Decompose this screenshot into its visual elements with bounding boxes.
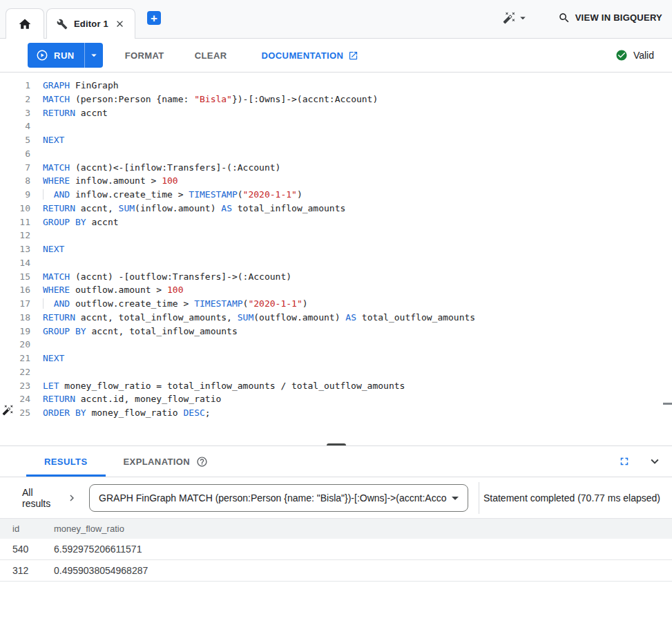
add-tab-button[interactable]: +: [147, 11, 161, 25]
code-line: 8WHERE inflow.amount > 100: [0, 174, 672, 188]
line-number: 11: [0, 215, 30, 229]
table-cell: 540: [12, 544, 54, 555]
column-header: money_flow_ratio: [54, 524, 672, 534]
code-line: 12: [0, 229, 672, 242]
run-split-button: RUN: [28, 43, 103, 68]
code-line: 15MATCH (accnt) -[outflow:Transfers]->(:…: [0, 270, 672, 284]
table-row: 3120.4959038054968287: [0, 560, 672, 582]
line-number: 16: [0, 283, 30, 297]
tab-editor-1[interactable]: Editor 1: [46, 8, 135, 39]
result-body: 5406.5929752066115713120.495903805496828…: [0, 539, 672, 582]
code-line: 22: [0, 365, 672, 379]
line-number: 6: [0, 147, 30, 161]
run-button[interactable]: RUN: [28, 43, 84, 68]
dropdown-caret-icon: [447, 490, 463, 506]
documentation-button[interactable]: DOCUMENTATION: [253, 43, 367, 68]
table-cell: 6.592975206611571: [54, 544, 672, 555]
line-number: 15: [0, 270, 30, 284]
line-number: 1: [0, 79, 30, 93]
bigquery-search-icon: [558, 12, 570, 24]
panel-resize-handle[interactable]: [327, 443, 346, 445]
all-results-breadcrumb[interactable]: All results: [22, 487, 78, 509]
format-button[interactable]: FORMAT: [117, 43, 173, 68]
topbar-actions: VIEW IN BIGQUERY: [503, 11, 672, 24]
code-line: 6: [0, 147, 672, 161]
tab-results[interactable]: RESULTS: [26, 446, 106, 477]
line-number: 22: [0, 365, 30, 379]
code-line: 23LET money_flow_ratio = total_inflow_am…: [0, 379, 672, 393]
chevron-down-icon: [517, 12, 529, 24]
line-number: 19: [0, 325, 30, 338]
help-icon[interactable]: [196, 456, 208, 468]
sql-generation-button[interactable]: [503, 11, 529, 24]
statement-dropdown[interactable]: GRAPH FinGraph MATCH (person:Person {nam…: [89, 484, 468, 512]
line-number: 14: [0, 256, 30, 270]
results-actions: [618, 446, 672, 477]
code-line: 24RETURN accnt.id, money_flow_ratio: [0, 392, 672, 406]
line-number: 8: [0, 174, 30, 188]
code-line: 4: [0, 119, 672, 133]
build-icon: [57, 19, 68, 30]
results-panel-header: RESULTS EXPLANATION: [0, 445, 672, 477]
clear-label: CLEAR: [195, 50, 227, 61]
code-line: 17 AND outflow.create_time > TIMESTAMP("…: [0, 297, 672, 311]
line-number: 3: [0, 106, 30, 120]
code-line: 13NEXT: [0, 242, 672, 256]
home-icon: [18, 17, 32, 31]
code-line: 14: [0, 256, 672, 270]
column-header: id: [12, 524, 54, 534]
fullscreen-icon[interactable]: [618, 455, 631, 468]
collapse-panel-icon[interactable]: [647, 454, 662, 469]
line-number: 13: [0, 242, 30, 256]
results-tab-label: RESULTS: [44, 457, 88, 467]
play-circle-icon: [36, 49, 48, 61]
dropdown-arrow-icon: [88, 49, 100, 61]
line-number: 5: [0, 133, 30, 147]
code-line: 16WHERE outflow.amount > 100: [0, 283, 672, 297]
home-tab[interactable]: [6, 8, 44, 39]
tab-bar: Editor 1 + VIEW IN BIGQUERY: [0, 0, 672, 39]
external-link-icon: [348, 50, 358, 61]
code-line: 25ORDER BY money_flow_ratio DESC;: [0, 406, 672, 420]
line-number: 2: [0, 93, 30, 106]
line-number: 12: [0, 229, 30, 242]
documentation-label: DOCUMENTATION: [262, 50, 344, 61]
table-cell: 0.4959038054968287: [54, 565, 672, 576]
explanation-tab-label: EXPLANATION: [124, 457, 191, 467]
code-line: 1GRAPH FinGraph: [0, 79, 672, 93]
check-circle-icon: [615, 49, 628, 61]
line-number: 20: [0, 338, 30, 352]
statement-selector-row: All results GRAPH FinGraph MATCH (person…: [0, 477, 672, 518]
code-line: 2MATCH (person:Person {name: "Bisla"})-[…: [0, 93, 672, 106]
quick-edit-spark-icon[interactable]: [2, 404, 14, 416]
run-options-button[interactable]: [84, 43, 103, 68]
chevron-right-icon: [66, 492, 78, 504]
code-editor[interactable]: 1GRAPH FinGraph2MATCH (person:Person {na…: [0, 73, 672, 445]
line-number: 10: [0, 202, 30, 215]
format-label: FORMAT: [125, 50, 164, 61]
run-label: RUN: [54, 50, 75, 61]
plus-icon: +: [151, 12, 157, 24]
code-line: 9 AND inflow.create_time > TIMESTAMP("20…: [0, 188, 672, 202]
scrollbar-thumb[interactable]: [663, 403, 672, 405]
view-in-bigquery-button[interactable]: VIEW IN BIGQUERY: [558, 12, 662, 24]
results-table: idmoney_flow_ratio 5406.5929752066115713…: [0, 518, 672, 582]
result-header-row: idmoney_flow_ratio: [0, 518, 672, 539]
code-line: 5NEXT: [0, 133, 672, 147]
table-cell: 312: [12, 565, 54, 576]
line-number: 17: [0, 297, 30, 311]
code-line: 21NEXT: [0, 352, 672, 365]
statement-dropdown-value: GRAPH FinGraph MATCH (person:Person {nam…: [99, 492, 447, 504]
line-number: 9: [0, 188, 30, 202]
line-number: 7: [0, 161, 30, 175]
code-lines: 1GRAPH FinGraph2MATCH (person:Person {na…: [0, 79, 672, 420]
code-line: 7MATCH (accnt)<-[inflow:Transfers]-(:Acc…: [0, 161, 672, 175]
all-results-label: All results: [22, 487, 57, 509]
line-number: 18: [0, 311, 30, 325]
code-line: 3RETURN accnt: [0, 106, 672, 120]
close-tab-icon[interactable]: [115, 19, 125, 29]
clear-button[interactable]: CLEAR: [186, 43, 236, 68]
code-line: 18RETURN accnt, total_inflow_amounts, SU…: [0, 311, 672, 325]
code-line: 10RETURN accnt, SUM(inflow.amount) AS to…: [0, 202, 672, 215]
tab-explanation[interactable]: EXPLANATION: [106, 446, 227, 477]
